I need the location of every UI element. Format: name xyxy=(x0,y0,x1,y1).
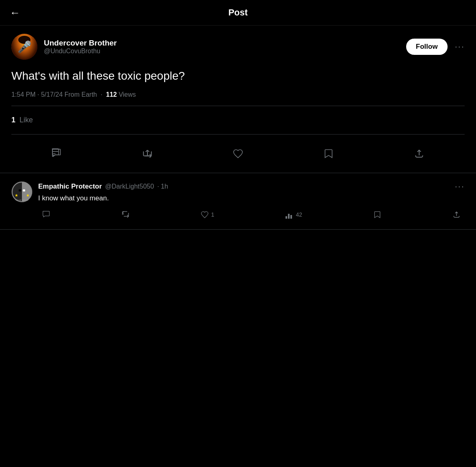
post-views-label: Views xyxy=(119,91,136,98)
reply-content: Empathic Protector @DarkLight5050 · 1h ·… xyxy=(38,181,465,221)
reply-heart-icon xyxy=(201,211,209,219)
avatar xyxy=(11,34,37,60)
likes-label: Like xyxy=(17,116,33,124)
reply-avatar-image: ★ ★ HERO OF THE LIGHT xyxy=(11,181,32,202)
bookmark-icon xyxy=(323,148,334,159)
reply-views-count: 42 xyxy=(296,211,303,218)
retweet-icon xyxy=(142,148,153,159)
heart-icon xyxy=(233,148,243,159)
divider-1 xyxy=(11,106,465,106)
reply-like-count: 1 xyxy=(211,211,214,218)
reply-container: ★ ★ HERO OF THE LIGHT Empathic Protector… xyxy=(0,173,476,230)
reply-author-name: Empathic Protector xyxy=(38,182,102,191)
reply-icon xyxy=(52,148,62,159)
reply-action-bar: 1 42 xyxy=(38,208,465,221)
divider-2 xyxy=(11,134,465,135)
svg-text:HERO OF THE LIGHT: HERO OF THE LIGHT xyxy=(14,199,30,201)
reply-share-icon xyxy=(452,211,461,219)
svg-rect-3 xyxy=(23,189,25,191)
post-timestamp: 1:54 PM · 5/17/24 From Earth xyxy=(11,91,97,98)
reply-bookmark-button[interactable] xyxy=(369,208,385,221)
reply-author-handle: @DarkLight5050 xyxy=(105,183,154,190)
post-author-row: Undercover Brother @UnduCovuBrothu Follo… xyxy=(11,34,465,60)
svg-text:★: ★ xyxy=(26,193,30,198)
header: ← Post xyxy=(0,0,476,26)
author-handle: @UnduCovuBrothu xyxy=(44,48,117,55)
post-meta: 1:54 PM · 5/17/24 From Earth · 112 Views xyxy=(11,91,465,98)
post-views-count: 112 xyxy=(106,91,117,98)
reply-views-button[interactable]: 42 xyxy=(281,208,307,221)
reply-bookmark-icon xyxy=(373,211,381,219)
reply-reply-icon xyxy=(42,211,50,219)
author-text: Undercover Brother @UnduCovuBrothu xyxy=(44,39,117,55)
reply-share-button[interactable] xyxy=(448,208,465,221)
reply-reply-button[interactable] xyxy=(38,208,54,221)
post-content: What's with all these toxic people? xyxy=(11,68,465,84)
reply-button[interactable] xyxy=(48,145,65,162)
analytics-icon xyxy=(286,211,294,219)
reply-time: · 1h xyxy=(157,183,168,190)
likes-count: 1 xyxy=(11,116,15,124)
reply-text: I know what you mean. xyxy=(38,193,465,203)
retweet-button[interactable] xyxy=(139,145,156,162)
post-container: Undercover Brother @UnduCovuBrothu Follo… xyxy=(0,26,476,173)
reply-avatar: ★ ★ HERO OF THE LIGHT xyxy=(11,181,32,202)
action-bar xyxy=(11,139,465,165)
post-actions-right: Follow ··· xyxy=(406,39,465,55)
reply-retweet-icon xyxy=(121,211,130,219)
reply-author-info: Empathic Protector @DarkLight5050 · 1h xyxy=(38,182,168,191)
post-text: What's with all these toxic people? xyxy=(11,68,465,84)
reply-row: ★ ★ HERO OF THE LIGHT Empathic Protector… xyxy=(11,181,465,221)
like-button[interactable] xyxy=(229,145,247,162)
likes-row: 1 Like xyxy=(11,111,465,129)
reply-like-button[interactable]: 1 xyxy=(197,208,219,221)
back-button[interactable]: ← xyxy=(10,7,20,19)
post-author-info: Undercover Brother @UnduCovuBrothu xyxy=(11,34,117,60)
share-icon xyxy=(414,148,424,159)
svg-rect-2 xyxy=(19,189,21,191)
reply-author-row: Empathic Protector @DarkLight5050 · 1h ·… xyxy=(38,181,465,192)
follow-button[interactable]: Follow xyxy=(406,39,448,55)
author-name: Undercover Brother xyxy=(44,39,117,48)
svg-text:★: ★ xyxy=(15,193,18,198)
more-options-icon[interactable]: ··· xyxy=(455,41,465,52)
reply-retweet-button[interactable] xyxy=(117,208,134,221)
share-button[interactable] xyxy=(411,145,428,162)
bookmark-button[interactable] xyxy=(320,145,337,162)
reply-more-options-icon[interactable]: ··· xyxy=(455,181,465,192)
page-title: Post xyxy=(228,7,248,18)
